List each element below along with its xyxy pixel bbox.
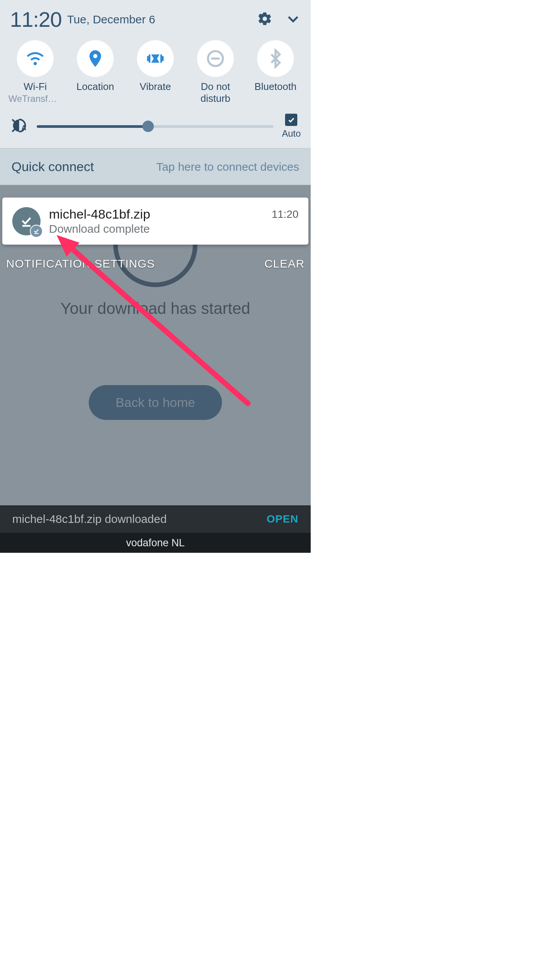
qs-tile-bluetooth[interactable]: Bluetooth xyxy=(249,40,302,105)
qs-tile-vibrate[interactable]: Vibrate xyxy=(129,40,182,105)
notification-time: 11:20 xyxy=(272,208,298,220)
download-complete-icon xyxy=(20,214,33,228)
qs-dnd-label: Do not disturb xyxy=(189,81,242,105)
notification-subtitle: Download complete xyxy=(49,222,263,235)
bluetooth-icon xyxy=(266,49,285,69)
qs-vibrate-label: Vibrate xyxy=(129,81,182,93)
location-icon xyxy=(85,49,105,69)
check-icon xyxy=(287,116,295,124)
notification-settings-button[interactable]: NOTIFICATION SETTINGS xyxy=(6,257,155,270)
qs-bluetooth-label: Bluetooth xyxy=(249,81,302,93)
quick-connect-title: Quick connect xyxy=(11,159,94,174)
download-snackbar: michel-48c1bf.zip downloaded OPEN xyxy=(0,505,311,533)
download-badge-icon xyxy=(33,228,40,235)
auto-brightness-label: Auto xyxy=(282,128,301,139)
notification-shade: 11:20 Tue, December 6 Wi-Fi WeTransfe… L… xyxy=(0,0,311,186)
qs-wifi-label: Wi-Fi xyxy=(8,81,62,93)
clear-notifications-button[interactable]: CLEAR xyxy=(264,257,305,270)
auto-brightness-toggle[interactable]: Auto xyxy=(282,114,301,139)
carrier-label: vodafone NL xyxy=(0,533,311,553)
download-notification[interactable]: michel-48c1bf.zip Download complete 11:2… xyxy=(2,198,308,245)
snackbar-open-button[interactable]: OPEN xyxy=(267,513,298,525)
quick-connect-bar[interactable]: Quick connect Tap here to connect device… xyxy=(0,148,311,186)
vibrate-icon xyxy=(145,49,165,69)
clock: 11:20 xyxy=(10,7,62,32)
qs-location-label: Location xyxy=(68,81,122,93)
svg-text:A: A xyxy=(21,124,26,132)
notification-title: michel-48c1bf.zip xyxy=(49,207,263,222)
notification-icon xyxy=(12,207,41,235)
wifi-icon xyxy=(25,49,45,69)
snackbar-text: michel-48c1bf.zip downloaded xyxy=(12,513,167,526)
qs-tile-wifi[interactable]: Wi-Fi WeTransfe… xyxy=(8,40,62,105)
qs-tile-location[interactable]: Location xyxy=(68,40,122,105)
dnd-icon xyxy=(205,49,225,69)
settings-icon[interactable] xyxy=(257,11,272,28)
qs-tile-dnd[interactable]: Do not disturb xyxy=(189,40,242,105)
expand-icon[interactable] xyxy=(285,11,301,28)
date: Tue, December 6 xyxy=(67,13,155,26)
status-header: 11:20 Tue, December 6 xyxy=(0,0,311,35)
qs-wifi-sub: WeTransfe… xyxy=(8,93,62,104)
auto-brightness-icon[interactable]: A xyxy=(10,116,28,136)
quick-connect-hint: Tap here to connect devices xyxy=(156,160,299,173)
brightness-slider[interactable] xyxy=(37,119,274,133)
